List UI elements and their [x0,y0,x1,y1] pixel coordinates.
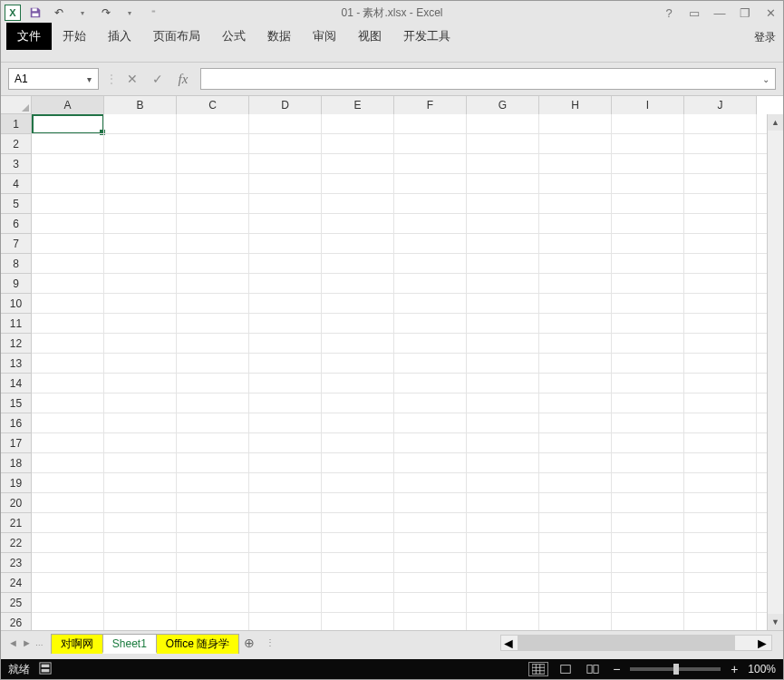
row-header-15[interactable]: 15 [1,393,31,413]
tab-developer[interactable]: 开发工具 [392,23,461,50]
sheet-nav-next[interactable]: ► [22,637,32,648]
sheet-tab-Sheet1[interactable]: Sheet1 [102,634,157,654]
sign-in-link[interactable]: 登录 [754,30,776,45]
column-header-B[interactable]: B [104,96,177,114]
row-header-17[interactable]: 17 [1,433,31,453]
sheet-nav-more[interactable]: … [35,638,44,647]
tab-file[interactable]: 文件 [6,23,52,50]
help-button[interactable]: ? [656,4,682,22]
column-header-H[interactable]: H [539,96,612,114]
column-header-G[interactable]: G [467,96,539,114]
select-all-button[interactable] [1,96,32,114]
qat-customize[interactable]: ⁼ [144,4,162,22]
scroll-down-arrow[interactable]: ▼ [768,614,783,630]
scroll-up-arrow[interactable]: ▲ [768,114,783,131]
redo-dropdown[interactable]: ▾ [121,4,139,22]
tab-view[interactable]: 视图 [347,23,392,50]
row-header-16[interactable]: 16 [1,413,31,433]
vertical-scrollbar[interactable]: ▲ ▼ [767,114,783,630]
scroll-left-arrow[interactable]: ◄ [501,636,518,650]
name-box-dropdown[interactable]: ▾ [82,71,96,87]
sheet-nav: ◄ ► … [1,637,51,648]
enter-button[interactable]: ✓ [148,69,168,89]
horizontal-scrollbar[interactable]: ◄ ► [500,635,772,651]
row-header-7[interactable]: 7 [1,234,31,254]
row-header-14[interactable]: 14 [1,374,31,393]
column-header-J[interactable]: J [684,96,757,114]
restore-button[interactable]: ❐ [732,4,758,22]
column-header-E[interactable]: E [322,96,394,114]
row-header-1[interactable]: 1 [1,114,31,134]
tab-formulas[interactable]: 公式 [211,23,256,50]
row-header-11[interactable]: 11 [1,314,31,334]
cells-area[interactable] [32,114,783,630]
normal-view-button[interactable] [528,662,548,676]
tab-review[interactable]: 审阅 [302,23,347,50]
zoom-slider-thumb[interactable] [673,664,679,675]
title-bar: X ↶ ▾ ↷ ▾ ⁼ 01 - 素材.xlsx - Excel ? ▭ — ❐… [1,1,783,24]
formula-expand-button[interactable]: ⌄ [759,71,773,87]
svg-rect-10 [561,665,571,674]
tab-home[interactable]: 开始 [52,23,97,50]
save-icon [29,6,42,19]
insert-function-button[interactable]: fx [173,69,193,89]
row-header-20[interactable]: 20 [1,493,31,513]
cancel-button[interactable]: ✕ [122,69,142,89]
zoom-out-button[interactable]: − [610,662,623,676]
formula-input[interactable]: ⌄ [200,68,776,90]
page-break-view-button[interactable] [583,662,603,676]
row-header-26[interactable]: 26 [1,613,31,630]
minimize-button[interactable]: — [707,4,732,22]
sheet-tab-Office 随身学[interactable]: Office 随身学 [156,634,239,654]
status-ready: 就绪 [8,662,30,677]
row-header-13[interactable]: 13 [1,354,31,374]
macro-record-button[interactable] [39,662,52,677]
sheet-tab-对啊网[interactable]: 对啊网 [51,634,103,654]
column-header-A[interactable]: A [32,96,104,114]
zoom-slider[interactable] [630,667,721,671]
tab-page-layout[interactable]: 页面布局 [142,23,211,50]
row-header-24[interactable]: 24 [1,573,31,593]
sheet-nav-prev[interactable]: ◄ [8,637,18,648]
column-header-C[interactable]: C [177,96,249,114]
column-header-D[interactable]: D [249,96,322,114]
row-header-9[interactable]: 9 [1,274,31,294]
row-header-5[interactable]: 5 [1,194,31,214]
tab-insert[interactable]: 插入 [97,23,142,50]
sheet-tabs: 对啊网Sheet1Office 随身学 [51,631,239,654]
tab-data[interactable]: 数据 [256,23,302,50]
hscroll-thumb[interactable] [518,636,735,650]
ribbon-display-options[interactable]: ▭ [682,4,707,22]
row-header-6[interactable]: 6 [1,214,31,234]
formula-controls: ⋮ ✕ ✓ fx [106,69,193,89]
svg-rect-0 [33,8,37,11]
row-header-2[interactable]: 2 [1,134,31,154]
close-button[interactable]: ✕ [758,4,783,22]
excel-app-icon[interactable]: X [5,5,21,21]
zoom-level[interactable]: 100% [748,663,776,675]
spreadsheet-grid: ABCDEFGHIJ 12345678910111213141516171819… [1,95,783,630]
row-header-3[interactable]: 3 [1,154,31,174]
row-header-10[interactable]: 10 [1,294,31,314]
name-box[interactable]: A1 ▾ [8,68,99,90]
row-header-12[interactable]: 12 [1,334,31,354]
column-header-I[interactable]: I [612,96,684,114]
undo-dropdown[interactable]: ▾ [73,4,92,22]
row-header-23[interactable]: 23 [1,553,31,573]
page-layout-view-button[interactable] [556,662,576,676]
new-sheet-button[interactable]: ⊕ [238,633,260,653]
tab-scroll-splitter[interactable]: ⋮ [266,637,276,647]
row-header-8[interactable]: 8 [1,254,31,274]
column-header-F[interactable]: F [394,96,467,114]
scroll-right-arrow[interactable]: ► [755,636,771,650]
save-button[interactable] [26,4,44,22]
row-header-22[interactable]: 22 [1,533,31,553]
row-header-21[interactable]: 21 [1,513,31,533]
redo-button[interactable]: ↷ [97,4,115,22]
row-header-18[interactable]: 18 [1,453,31,473]
row-header-19[interactable]: 19 [1,473,31,493]
zoom-in-button[interactable]: + [728,662,740,676]
row-header-4[interactable]: 4 [1,174,31,194]
undo-button[interactable]: ↶ [50,4,68,22]
row-header-25[interactable]: 25 [1,593,31,613]
